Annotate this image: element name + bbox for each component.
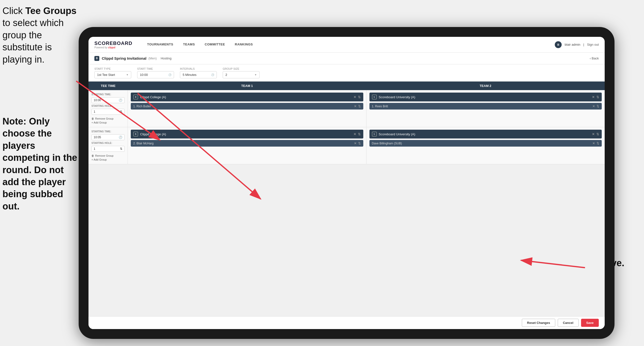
group-size-input[interactable]: 2 ▼ [223,71,260,78]
chevron-icon-6[interactable]: ⇅ [596,132,599,136]
col-tee-time: Tee Time [88,81,128,90]
chevron-icon-4[interactable]: ⇅ [358,132,361,136]
note-instruction: Note: Only choose the players competing … [2,115,79,212]
clock-icon-3: 🕐 [119,98,122,102]
start-type-group: Start Type 1st Tee Start ▼ [94,67,131,78]
close-icon-4[interactable]: ✕ [592,104,595,108]
intervals-group: Intervals 5 Minutes 🕐 [180,67,217,78]
chevron-icon-5[interactable]: ⇅ [358,141,361,145]
team2-card-2[interactable]: S Scoreboard University (A) ✕ ⇅ [370,130,602,138]
tournament-subtitle: (Men) [148,56,157,60]
team1-name-2: Clippd College (A) [140,132,166,136]
starting-time-input-1[interactable]: 10:00 🕐 [92,97,124,103]
tee-groups-instruction: Click Tee Groups to select which group t… [2,5,79,65]
team2-badge-2: S [372,132,377,137]
logo-clippd: clippd [108,46,115,49]
tee-time-col-1: STARTING TIME: 10:00 🕐 STARTING HOLE: 1 … [88,90,128,127]
tablet-device: SCOREBOARD Powered by clippd TOURNAMENTS… [79,27,614,339]
intervals-input[interactable]: 5 Minutes 🕐 [180,71,217,78]
team2-col-1: S Scoreboard University (A) ✕ ⇅ 1. Rees … [366,90,605,127]
nav-teams[interactable]: TEAMS [178,37,200,52]
close-icon-7[interactable]: ✕ [592,132,595,136]
chevron-icon-2[interactable]: ⇅ [596,95,599,99]
teams-col-1: B Clippd College (A) ✕ ⇅ 1. Rich Butler [128,90,605,127]
add-group-button-1[interactable]: + Add Group [92,121,124,124]
team1-badge-2: B [133,132,138,137]
add-group-button-2[interactable]: + Add Group [92,158,124,161]
group-size-group: Group Size 2 ▼ [223,67,260,78]
chevron-icon-3[interactable]: ⇅ [596,104,599,108]
team2-name-2: Scoreboard University (A) [379,132,416,136]
col-team1: Team 1 [128,81,366,90]
group-row-2: STARTING TIME: 10:05 🕐 STARTING HOLE: 1 … [88,127,605,164]
logo-powered: Powered by clippd [94,46,132,49]
start-time-input[interactable]: 10:00 🕐 [137,71,174,78]
team1-col-2: B Clippd College (A) ✕ ⇅ 2. Blair McHarg [128,127,366,164]
close-icon-6[interactable]: ✕ [354,141,357,145]
main-content: Start Type 1st Tee Start ▼ Start Time 10… [88,64,605,329]
trash-icon-2: 🗑 [92,154,94,157]
clock-icon-4: 🕐 [119,136,122,139]
starting-hole-input-1[interactable]: 1 ⇅ [92,109,124,115]
nav-committee[interactable]: COMMITTEE [200,37,230,52]
trash-icon: 🗑 [92,117,94,120]
clock-icon: 🕐 [168,73,171,76]
team2-name-1: Scoreboard University (A) [379,95,416,99]
team1-col-1: B Clippd College (A) ✕ ⇅ 1. Rich Butler [128,90,366,127]
starting-hole-label: STARTING HOLE: [92,105,124,107]
close-icon[interactable]: ✕ [354,95,356,99]
player-row-3: 2. Blair McHarg ✕ ⇅ [131,140,363,147]
team1-card-1[interactable]: B Clippd College (A) ✕ ⇅ [131,93,363,101]
chevron-icon-7[interactable]: ⇅ [596,141,599,145]
cancel-button[interactable]: Cancel [558,319,578,327]
team2-badge-1: S [372,94,377,99]
player-name: 1. Rich Butler [133,105,151,108]
remove-group-button-2[interactable]: 🗑 Remove Group [92,154,124,157]
close-icon-5[interactable]: ✕ [354,132,356,136]
start-time-label: Start Time [137,67,174,70]
start-time-group: Start Time 10:00 🕐 [137,67,174,78]
group-size-label: Group Size [223,67,260,70]
tee-time-col-2: STARTING TIME: 10:05 🕐 STARTING HOLE: 1 … [88,127,128,164]
starting-hole-input-2[interactable]: 1 ⇅ [92,146,124,152]
close-icon-3[interactable]: ✕ [592,95,595,99]
avatar: B [555,41,562,48]
nav-rankings[interactable]: RANKINGS [230,37,258,52]
logo-scoreboard: SCOREBOARD [94,40,132,46]
nav-tournaments[interactable]: TOURNAMENTS [142,37,178,52]
reset-changes-button[interactable]: Reset Changes [522,319,555,327]
hosting-label: Hosting [161,56,172,60]
navbar: SCOREBOARD Powered by clippd TOURNAMENTS… [88,37,605,52]
table-scroll: STARTING TIME: 10:00 🕐 STARTING HOLE: 1 … [88,90,605,316]
nav-links: TOURNAMENTS TEAMS COMMITTEE RANKINGS [142,37,555,52]
tee-actions-2: 🗑 Remove Group + Add Group [92,154,124,161]
sign-out-link[interactable]: Sign out [587,43,599,46]
tee-actions-1: 🗑 Remove Group + Add Group [92,117,124,124]
remove-group-button-1[interactable]: 🗑 Remove Group [92,117,124,120]
tournament-badge: B [94,56,99,61]
team2-card-1[interactable]: S Scoreboard University (A) ✕ ⇅ [370,93,602,101]
starting-time-input-2[interactable]: 10:05 🕐 [92,134,124,140]
player-name-3: 2. Blair McHarg [133,142,154,145]
player-row-2: 1. Rees Britt ✕ ⇅ [370,103,602,109]
col-team2: Team 2 [366,81,605,90]
start-type-input[interactable]: 1st Tee Start ▼ [94,71,131,78]
close-icon-8[interactable]: ✕ [592,141,595,145]
teams-col-2: B Clippd College (A) ✕ ⇅ 2. Blair McHarg [128,127,605,164]
chevron-up-down-icon: ⇅ [120,110,122,113]
clock-icon-2: 🕐 [211,73,214,76]
save-button[interactable]: Save [581,319,599,327]
settings-row: Start Type 1st Tee Start ▼ Start Time 10… [88,64,605,81]
chevron-up-icon[interactable]: ⇅ [358,95,361,99]
team1-card-2[interactable]: B Clippd College (A) ✕ ⇅ [131,130,363,138]
player-name-4: Dave Billingham (SUB) [372,142,402,145]
close-icon-2[interactable]: ✕ [354,104,357,108]
chevron-icon[interactable]: ⇅ [358,104,361,108]
back-button[interactable]: ‹ Back [590,56,599,60]
tournament-title: Clippd Spring Invitational [102,56,146,60]
player-row: 1. Rich Butler ✕ ⇅ [131,103,363,109]
team2-col-2: S Scoreboard University (A) ✕ ⇅ Dave Bil… [366,127,605,164]
team1-name-1: Clippd College (A) [140,95,166,99]
tablet-screen: SCOREBOARD Powered by clippd TOURNAMENTS… [88,37,605,329]
group-row: STARTING TIME: 10:00 🕐 STARTING HOLE: 1 … [88,90,605,127]
